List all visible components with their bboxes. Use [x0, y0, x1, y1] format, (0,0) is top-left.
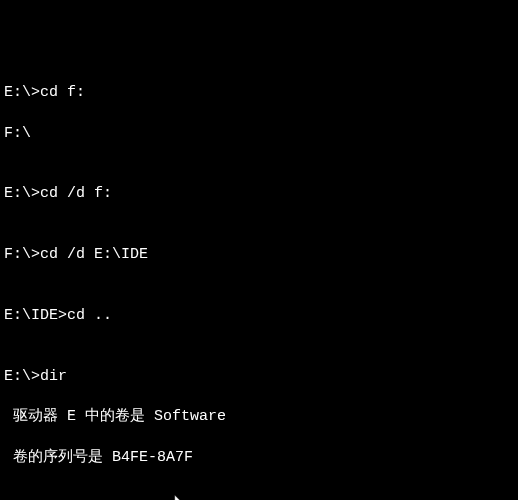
output-line: F:\	[4, 124, 514, 144]
cmd-line: F:\>cd /d E:\IDE	[4, 245, 514, 265]
mouse-pointer-icon	[174, 495, 186, 500]
dir-volume-line: 驱动器 E 中的卷是 Software	[4, 407, 514, 427]
cmd-line: E:\>dir	[4, 367, 514, 387]
cmd-line: E:\IDE>cd ..	[4, 306, 514, 326]
cmd-line: E:\>cd f:	[4, 83, 514, 103]
dir-serial-line: 卷的序列号是 B4FE-8A7F	[4, 448, 514, 468]
cmd-line: E:\>cd /d f:	[4, 184, 514, 204]
